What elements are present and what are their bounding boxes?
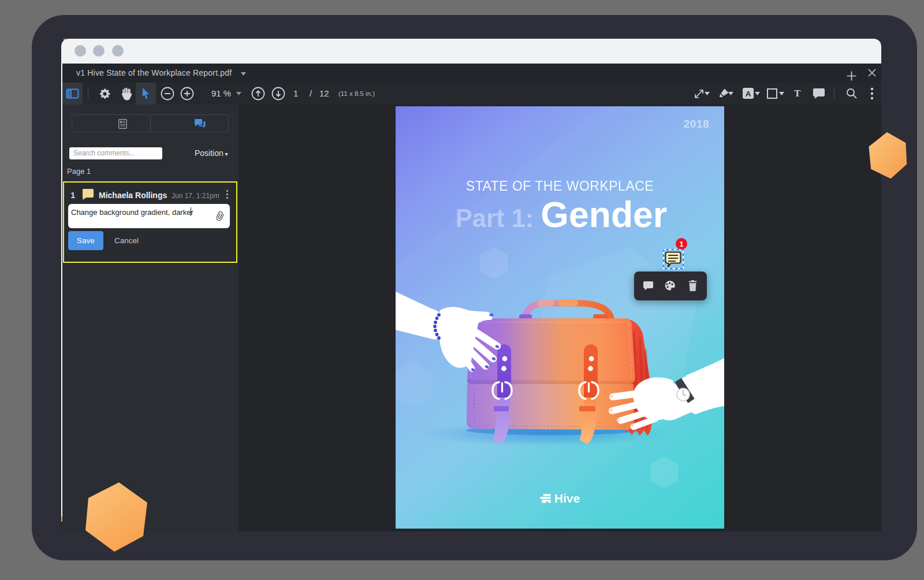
svg-text:1: 1 <box>679 240 684 248</box>
svg-text:A: A <box>746 90 751 98</box>
